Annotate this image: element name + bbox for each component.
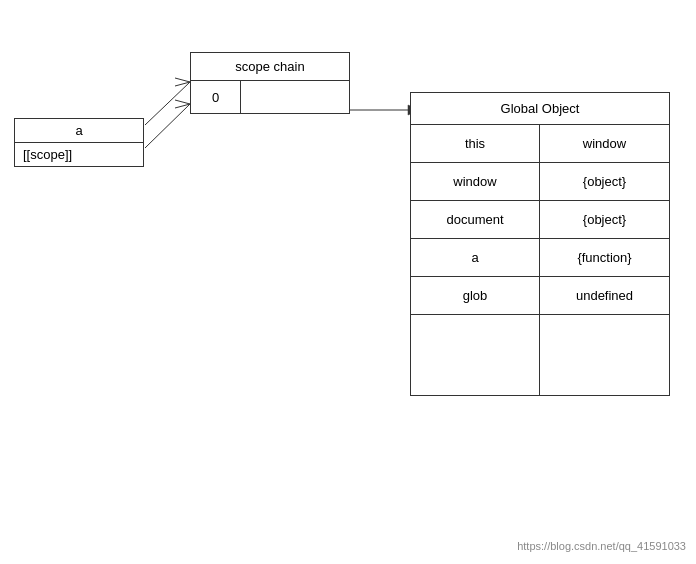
go-value-window1: window — [540, 125, 669, 162]
go-key-a: a — [411, 239, 540, 276]
go-row-glob: glob undefined — [411, 277, 669, 315]
svg-line-2 — [175, 78, 190, 82]
scope-chain-index: 0 — [191, 81, 241, 113]
go-value-document: {object} — [540, 201, 669, 238]
scope-chain-title: scope chain — [191, 53, 349, 81]
go-value-window2: {object} — [540, 163, 669, 200]
diagram: a [[scope]] scope chain 0 Global Object … — [0, 0, 696, 564]
svg-line-3 — [175, 82, 190, 86]
go-row-this: this window — [411, 125, 669, 163]
scope-chain-value — [241, 81, 349, 113]
box-a-scope: [[scope]] — [15, 143, 143, 166]
go-value-empty — [540, 315, 669, 395]
go-row-a: a {function} — [411, 239, 669, 277]
svg-line-1 — [145, 104, 190, 148]
go-key-this: this — [411, 125, 540, 162]
scope-chain-box: scope chain 0 — [190, 52, 350, 114]
box-a: a [[scope]] — [14, 118, 144, 167]
go-key-glob: glob — [411, 277, 540, 314]
go-key-empty — [411, 315, 540, 395]
box-a-label: a — [15, 119, 143, 143]
go-row-empty — [411, 315, 669, 395]
go-value-a: {function} — [540, 239, 669, 276]
go-row-window: window {object} — [411, 163, 669, 201]
svg-line-0 — [145, 82, 190, 125]
global-object-box: Global Object this window window {object… — [410, 92, 670, 396]
go-row-document: document {object} — [411, 201, 669, 239]
global-object-title: Global Object — [411, 93, 669, 125]
go-key-document: document — [411, 201, 540, 238]
svg-line-5 — [175, 104, 190, 108]
scope-chain-row: 0 — [191, 81, 349, 113]
go-key-window: window — [411, 163, 540, 200]
watermark: https://blog.csdn.net/qq_41591033 — [517, 540, 686, 552]
go-value-glob: undefined — [540, 277, 669, 314]
svg-line-4 — [175, 100, 190, 104]
